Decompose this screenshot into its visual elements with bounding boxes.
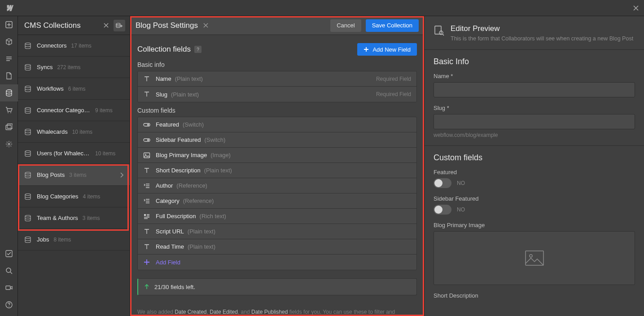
field-row[interactable]: Author(Reference): [138, 178, 416, 193]
database-icon: [24, 129, 31, 135]
cart-icon[interactable]: [0, 101, 18, 118]
svg-point-17: [25, 129, 31, 131]
collection-count: 3 items: [83, 215, 100, 221]
webflow-logo[interactable]: [0, 0, 18, 16]
collection-item[interactable]: Whalecards10 items: [18, 121, 130, 143]
video-icon[interactable]: [0, 279, 18, 296]
collection-item[interactable]: Workflows6 items: [18, 78, 130, 100]
collection-count: 272 items: [57, 64, 80, 70]
field-row[interactable]: Featured(Switch): [138, 117, 416, 132]
collection-item[interactable]: Blog Posts3 items: [18, 164, 130, 186]
field-row[interactable]: Name(Plain text)Required Field: [138, 71, 416, 87]
preview-subtitle: This is the form that Collaborators will…: [451, 35, 633, 43]
cancel-button[interactable]: Cancel: [330, 19, 361, 32]
help-badge-icon[interactable]: ?: [194, 46, 202, 53]
basic-info-heading: Basic Info: [434, 57, 635, 66]
database-icon: [24, 64, 31, 70]
cms-icon[interactable]: [0, 84, 18, 101]
field-row[interactable]: Read Time(Plain text): [138, 239, 416, 255]
collection-item[interactable]: Blog Categories4 items: [18, 186, 130, 207]
new-collection-icon[interactable]: [114, 20, 125, 31]
svg-point-21: [25, 215, 31, 217]
page-icon[interactable]: [0, 67, 18, 84]
collections-sidebar: CMS Collections Connectors17 itemsSyncs2…: [18, 16, 130, 316]
name-input[interactable]: [434, 82, 635, 97]
assets-icon[interactable]: [0, 118, 18, 136]
search-icon[interactable]: [0, 262, 18, 279]
collection-item[interactable]: Jobs8 items: [18, 229, 130, 250]
add-new-field-button[interactable]: Add New Field: [357, 43, 417, 56]
svg-point-19: [25, 172, 31, 174]
field-name: Read Time: [156, 243, 184, 250]
collection-name: Connector Categories: [37, 107, 91, 114]
image-drop-zone[interactable]: [434, 231, 635, 285]
svg-rect-29: [144, 214, 146, 216]
field-row[interactable]: Blog Primary Image(Image): [138, 148, 416, 163]
collection-name: Jobs: [37, 236, 49, 243]
collection-item[interactable]: Connector Categories9 items: [18, 100, 130, 121]
collection-fields-title: Collection fields: [137, 45, 191, 54]
slug-input[interactable]: [434, 114, 635, 129]
svg-point-11: [9, 306, 9, 307]
field-name: Script URL: [156, 228, 184, 235]
save-collection-button[interactable]: Save Collection: [366, 19, 419, 32]
help-icon[interactable]: [0, 296, 18, 313]
svg-point-15: [25, 86, 31, 88]
image-placeholder-icon: [525, 250, 544, 266]
field-type: (Plain text): [188, 228, 215, 235]
left-rail: [0, 0, 18, 316]
field-type: (Plain text): [171, 91, 199, 98]
svg-point-1: [6, 90, 12, 92]
add-field-row[interactable]: Add Field: [138, 255, 416, 270]
field-row[interactable]: Category(Reference): [138, 193, 416, 209]
field-name: Category: [156, 198, 180, 204]
collection-item[interactable]: Connectors17 items: [18, 35, 130, 57]
field-type: (Rich text): [200, 213, 226, 219]
collection-name: Blog Posts: [37, 171, 65, 178]
svg-point-22: [25, 237, 31, 238]
sidebar-featured-label: Sidebar Featured: [434, 195, 635, 202]
required-badge: Required Field: [376, 91, 411, 97]
close-sidebar-icon[interactable]: [100, 20, 112, 31]
collection-count: 8 items: [53, 237, 71, 243]
add-element-icon[interactable]: [0, 16, 18, 33]
sidebar-featured-toggle[interactable]: [434, 205, 451, 215]
collection-count: 3 items: [69, 172, 87, 178]
close-panel-icon[interactable]: [203, 22, 208, 29]
collection-item[interactable]: Team & Authors3 items: [18, 207, 130, 229]
field-name: Sidebar Featured: [156, 136, 201, 143]
close-icon[interactable]: [631, 3, 641, 13]
preview-title: Editor Preview: [451, 24, 633, 33]
svg-point-2: [8, 112, 9, 113]
box-icon[interactable]: [0, 33, 18, 50]
field-row[interactable]: Short Description(Plain text): [138, 163, 416, 178]
field-row[interactable]: Script URL(Plain text): [138, 224, 416, 239]
collection-item[interactable]: Users (for Whalecar...10 items: [18, 143, 130, 164]
settings-icon[interactable]: [0, 136, 18, 153]
svg-rect-4: [6, 125, 11, 130]
field-type: (Reference): [183, 198, 214, 204]
preview-icon: [434, 25, 444, 36]
lines-icon[interactable]: [0, 50, 18, 67]
database-icon: [24, 150, 31, 157]
field-row[interactable]: Sidebar Featured(Switch): [138, 132, 416, 148]
short-desc-label: Short Description: [434, 292, 635, 299]
editor-preview-panel: Editor Preview This is the form that Col…: [424, 16, 644, 316]
featured-toggle[interactable]: [434, 178, 451, 188]
database-icon: [24, 193, 31, 200]
name-label: Name *: [434, 73, 635, 79]
database-icon: [24, 107, 31, 114]
svg-point-28: [145, 154, 146, 154]
basic-info-label: Basic info: [137, 61, 417, 68]
check-icon[interactable]: [0, 245, 18, 262]
collection-name: Blog Categories: [37, 193, 79, 200]
collection-item[interactable]: Syncs272 items: [18, 57, 130, 78]
collection-count: 6 items: [68, 86, 86, 92]
custom-fields-label: Custom fields: [137, 107, 417, 114]
svg-point-13: [25, 43, 31, 44]
field-row[interactable]: Full Description(Rich text): [138, 209, 416, 224]
panel-header: Blog Post Settings Cancel Save Collectio…: [130, 16, 424, 35]
svg-point-20: [25, 193, 31, 195]
panel-title: Blog Post Settings: [136, 21, 198, 30]
field-row[interactable]: Slug(Plain text)Required Field: [138, 87, 416, 102]
